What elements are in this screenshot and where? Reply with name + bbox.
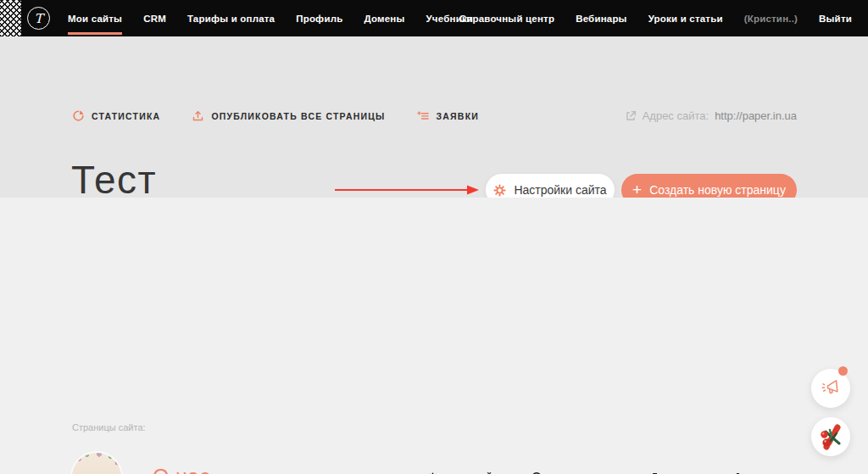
leads-label: ЗАЯВКИ (437, 111, 479, 121)
leads-button[interactable]: ЗАЯВКИ (417, 109, 479, 122)
username-label[interactable]: (Кристин..) (744, 14, 798, 24)
list-add-icon (417, 109, 430, 122)
nav-item-my-sites[interactable]: Мои сайты (68, 14, 122, 24)
dashboard-screen: T Мои сайты CRM Тарифы и оплата Профиль … (0, 0, 868, 474)
nav-item-plans-payment[interactable]: Тарифы и оплата (187, 14, 275, 24)
top-navigation-bar: T Мои сайты CRM Тарифы и оплата Профиль … (0, 0, 868, 36)
pages-list-section: Страницы сайта: О нас НАСТРОЙКИ ПУБЛИКОВ… (0, 198, 868, 474)
nav-item-domains[interactable]: Домены (364, 14, 404, 24)
site-title: Тест (71, 157, 157, 203)
tilda-logo-letter: T (34, 11, 42, 26)
statistics-label: СТАТИСТИКА (92, 111, 160, 121)
site-address-link[interactable]: Адрес сайта: http://paper.in.ua (625, 109, 797, 122)
secondary-nav: Справочный центр Вебинары Уроки и статьи… (459, 0, 852, 36)
zigzag-pattern-strip (0, 0, 21, 36)
page-title-o-nas[interactable]: О нас (153, 465, 210, 474)
publish-all-label: ОПУБЛИКОВАТЬ ВСЕ СТРАНИЦЫ (211, 111, 385, 121)
site-header-section: СТАТИСТИКА ОПУБЛИКОВАТЬ ВСЕ СТРАНИЦЫ ЗАЯ… (0, 36, 868, 198)
annotation-arrow (333, 182, 482, 198)
pie-chart-icon (72, 109, 85, 122)
statistics-button[interactable]: СТАТИСТИКА (72, 109, 160, 122)
nav-item-lessons-articles[interactable]: Уроки и статьи (648, 14, 723, 24)
site-toolbar: СТАТИСТИКА ОПУБЛИКОВАТЬ ВСЕ СТРАНИЦЫ ЗАЯ… (72, 109, 479, 122)
gear-icon (493, 184, 506, 197)
page-thumbnail-o-nas[interactable] (72, 453, 121, 474)
christmas-candy-icon (815, 421, 846, 452)
nav-item-webinars[interactable]: Вебинары (576, 14, 627, 24)
tilda-logo[interactable]: T (27, 7, 50, 30)
publish-all-pages-button[interactable]: ОПУБЛИКОВАТЬ ВСЕ СТРАНИЦЫ (192, 109, 385, 122)
nav-item-profile[interactable]: Профиль (296, 14, 342, 24)
plus-icon: + (632, 181, 642, 198)
upload-icon (192, 109, 204, 122)
holiday-promo-button[interactable] (811, 417, 850, 456)
megaphone-icon (819, 376, 843, 401)
nav-item-help-center[interactable]: Справочный центр (459, 14, 554, 24)
logout-link[interactable]: Выйти (819, 14, 852, 24)
pages-section-label: Страницы сайта: (72, 422, 146, 432)
site-address-label: Адрес сайта: (643, 109, 709, 122)
external-link-icon (625, 110, 637, 122)
create-new-page-label: Создать новую страницу (649, 183, 786, 197)
nav-item-crm[interactable]: CRM (143, 14, 166, 24)
notification-dot (838, 366, 848, 376)
site-address-url: http://paper.in.ua (715, 109, 797, 122)
site-settings-label: Настройки сайта (514, 183, 606, 197)
primary-nav: Мои сайты CRM Тарифы и оплата Профиль До… (68, 0, 473, 36)
